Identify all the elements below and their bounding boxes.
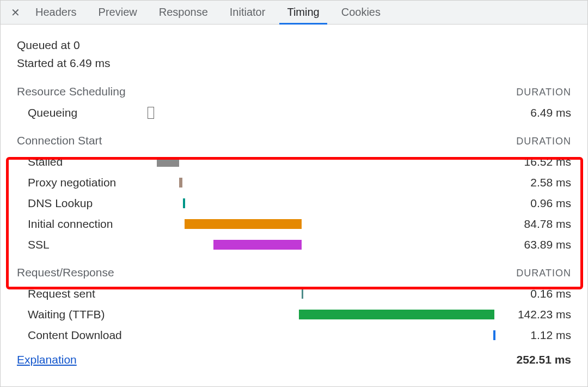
timing-bar [148,107,154,119]
timing-row: Proxy negotiation2.58 ms [17,172,571,193]
timing-bar-cell [148,310,495,319]
timing-row: Waiting (TTFB)142.23 ms [17,304,571,325]
queued-at-text: Queued at 0 [17,37,571,55]
tab-initiator[interactable]: Initiator [219,1,277,24]
timing-row-value: 142.23 ms [495,308,571,321]
timing-footer: Explanation 252.51 ms [17,346,571,366]
section-resource-scheduling: Resource Scheduling DURATION [17,82,571,102]
timing-row-value: 0.96 ms [495,197,571,210]
duration-column-label: DURATION [516,136,571,147]
timing-bar-cell [148,157,495,167]
queue-info: Queued at 0 Started at 6.49 ms [17,25,571,82]
started-at-text: Started at 6.49 ms [17,55,571,72]
timing-row: Request sent0.16 ms [17,283,571,304]
timing-bar-cell [148,240,495,250]
timing-row-value: 1.12 ms [495,329,571,342]
timing-row: Initial connection84.78 ms [17,214,571,234]
timing-bar-cell [148,198,495,208]
timing-row-label: Initial connection [17,217,148,231]
timing-row-label: Queueing [17,106,148,119]
section-title: Connection Start [17,134,102,147]
timing-row-label: Waiting (TTFB) [17,308,148,321]
timing-row-value: 84.78 ms [495,217,571,231]
timing-row-value: 63.89 ms [495,238,571,251]
section-request-response: Request/Response DURATION [17,263,571,283]
timing-panel: ✕ Headers Preview Response Initiator Tim… [0,0,588,387]
timing-row-value: 16.52 ms [495,155,571,168]
timing-bar [302,289,303,299]
timing-row-value: 0.16 ms [495,287,571,300]
timing-row: Queueing6.49 ms [17,102,571,123]
timing-bar [179,178,182,188]
timing-bar-cell [148,330,495,340]
tab-preview[interactable]: Preview [88,1,148,24]
timing-body: Queued at 0 Started at 6.49 ms Resource … [1,25,587,386]
timing-row-label: Stalled [17,155,148,168]
rows-resource-scheduling: Queueing6.49 ms [17,102,571,123]
timing-bar [185,219,301,229]
timing-bar [493,330,495,340]
rows-request-response: Request sent0.16 msWaiting (TTFB)142.23 … [17,283,571,346]
section-connection-start: Connection Start DURATION [17,131,571,152]
total-duration: 252.51 ms [517,353,571,366]
timing-bar-cell [148,108,495,118]
close-icon[interactable]: ✕ [6,1,24,24]
section-title: Resource Scheduling [17,85,126,98]
timing-bar-cell [148,219,495,229]
tab-headers[interactable]: Headers [24,1,88,24]
rows-connection-start: Stalled16.52 msProxy negotiation2.58 msD… [17,152,571,255]
explanation-link[interactable]: Explanation [17,353,77,366]
timing-row: Content Download1.12 ms [17,325,571,346]
timing-row: DNS Lookup0.96 ms [17,193,571,214]
timing-bar-cell [148,178,495,188]
duration-column-label: DURATION [516,87,571,98]
duration-column-label: DURATION [516,268,571,279]
timing-row-label: Content Download [17,329,148,342]
timing-bar [183,198,185,208]
timing-row-label: DNS Lookup [17,197,148,210]
timing-bar [299,310,494,319]
timing-row: SSL63.89 ms [17,234,571,255]
timing-bar-cell [148,289,495,299]
tab-cookies[interactable]: Cookies [330,1,391,24]
timing-bar [157,157,179,167]
section-title: Request/Response [17,266,114,279]
tab-bar: ✕ Headers Preview Response Initiator Tim… [1,1,587,25]
timing-row-value: 6.49 ms [495,106,571,119]
timing-bar [213,240,301,250]
timing-row-label: SSL [17,238,148,251]
tab-timing[interactable]: Timing [276,1,330,24]
timing-row-value: 2.58 ms [495,176,571,189]
timing-row: Stalled16.52 ms [17,152,571,172]
tab-response[interactable]: Response [148,1,219,24]
timing-row-label: Proxy negotiation [17,176,148,189]
timing-row-label: Request sent [17,287,148,300]
